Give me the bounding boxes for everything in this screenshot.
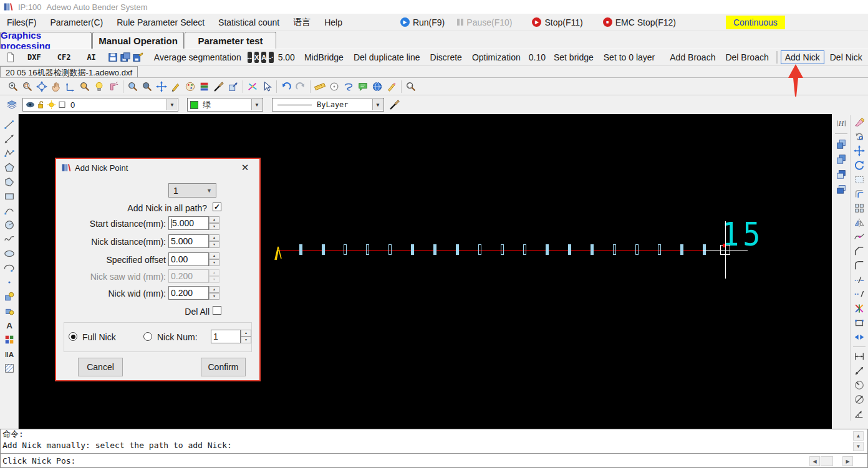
spline-icon[interactable] [2,232,17,246]
layers-stack-icon[interactable] [5,98,19,112]
mirror-icon[interactable] [852,216,867,229]
chevron-down-icon[interactable]: ▼ [251,99,262,110]
menu-language[interactable]: 语言 [286,14,317,31]
hatch-icon[interactable] [2,361,17,375]
scroll-down-button[interactable]: ▼ [853,442,864,451]
nick-num-stepper[interactable]: ▲▼ [241,330,251,343]
nick-num-field[interactable]: 1 [211,330,241,343]
copy-d-icon[interactable] [834,182,849,196]
copy-c-icon[interactable] [834,167,849,181]
black-brush-icon[interactable] [212,80,226,93]
line-icon[interactable] [2,118,17,131]
bridge-x-icon[interactable]: X [254,52,259,63]
tab-manual-operation[interactable]: Manual Operation [92,32,184,49]
zoom-extents-icon[interactable] [35,80,49,93]
bridge-dashdot-icon[interactable]: -· [269,52,273,63]
menu-parameter[interactable]: Parameter(C) [43,15,110,30]
dim-angle-icon[interactable] [852,407,867,421]
confirm-button[interactable]: Confirm [201,358,246,376]
ucs-axis-icon[interactable] [64,80,77,93]
new-file-icon[interactable] [5,50,16,64]
dim-radius-icon[interactable] [852,378,867,392]
close-icon[interactable]: ✕ [236,162,254,173]
toolbar-button-cf2[interactable]: CF2 [52,51,76,64]
toolbar-button-ai[interactable]: AI [82,51,100,64]
image-icon[interactable] [2,333,17,346]
toolbar-button-midbridge[interactable]: MidBridge [300,50,348,64]
rotate-icon[interactable] [852,158,867,172]
save-icon[interactable] [107,50,118,64]
block-insert-icon[interactable] [2,290,17,303]
ellipse-arc-icon[interactable] [2,261,17,275]
nick-distance-stepper[interactable]: ▲▼ [209,234,219,248]
specified-offset-stepper[interactable]: ▲▼ [209,252,219,266]
tab-parameter-test[interactable]: Parameter test [185,32,276,49]
pause-button[interactable]: Pause(F10) [451,16,518,29]
save-all-icon[interactable] [120,50,131,64]
scroll-up-button[interactable]: ▲ [853,431,864,441]
select-arrow-icon[interactable] [260,80,274,93]
pan-hand-icon[interactable] [49,80,63,93]
arc-icon[interactable] [2,204,17,217]
dim-style-icon[interactable]: H [834,117,849,130]
toolbar-button-discrete[interactable]: Discrete [426,50,466,64]
fillet-icon[interactable] [852,259,867,272]
command-input[interactable]: Click Nick Pos: [0,454,868,468]
text-icon[interactable]: A [2,318,17,332]
run-button[interactable]: ▶ Run(F9) [394,16,451,29]
start-distance-field[interactable]: 5.000 [168,216,209,230]
scroll-right-button[interactable]: ▶ [842,456,853,466]
zoom-real-icon[interactable] [140,80,154,93]
dim-linear-icon[interactable] [852,350,867,363]
layer-combobox[interactable]: 0 ▼ [22,98,178,112]
vertical-text-icon[interactable]: ‖A [2,347,17,361]
start-distance-stepper[interactable]: ▲▼ [209,216,219,230]
menu-help[interactable]: Help [317,15,349,30]
point-icon[interactable] [2,275,17,289]
offset-icon[interactable] [852,187,867,201]
command-history[interactable]: 命令: Add Nick manually: select the path t… [0,429,868,454]
polygon-icon[interactable] [2,161,17,174]
toolbar-button-set-bridge[interactable]: Set bridge [549,50,598,64]
dim-aligned-icon[interactable] [852,364,867,378]
toolbar-button-del-broach[interactable]: Del Broach [721,50,773,64]
block-icon[interactable] [2,304,17,318]
zoom-window-icon[interactable] [78,80,92,93]
chevron-down-icon[interactable]: ▼ [166,99,177,110]
scrollbar-thumb[interactable] [821,456,833,466]
color-combobox[interactable]: 绿 ▼ [187,98,263,112]
color-select-icon[interactable] [246,80,259,93]
bridge-a-icon[interactable]: A [261,52,266,63]
copy-b-icon[interactable] [834,152,849,166]
spray-tool-icon[interactable] [107,80,120,93]
rotate-copy-icon[interactable] [852,130,867,143]
marquee-icon[interactable] [852,173,867,186]
rectangle-icon[interactable] [2,189,17,203]
export-view-icon[interactable] [226,80,240,93]
join-icon[interactable] [852,330,867,344]
dialog-title-bar[interactable]: Add Nick Point ✕ [56,159,259,176]
pencil-icon[interactable] [385,80,398,93]
all-path-checkbox[interactable]: ✓ [213,203,221,211]
palette-icon[interactable] [183,80,197,93]
del-all-checkbox[interactable] [213,306,221,315]
zoom-prev-icon[interactable] [126,80,140,93]
toolbar-button-del-duplicate-line[interactable]: Del duplicate line [349,50,425,64]
circle-icon[interactable] [2,218,17,232]
toolbar-button-average-segmentation[interactable]: Average segmentation [150,50,246,64]
scroll-left-button[interactable]: ◀ [809,456,820,466]
tag-circle-icon[interactable] [327,80,341,93]
toolbar-button-del-nick[interactable]: Del Nick [826,50,867,64]
save-as-icon[interactable] [132,50,143,64]
lasso-icon[interactable] [342,80,355,93]
polyline-icon[interactable] [2,146,17,160]
redo-icon[interactable] [294,80,307,93]
pan-cross-icon[interactable] [155,80,168,93]
menu-files[interactable]: Files(F) [0,15,43,30]
toolbar-button-add-nick[interactable]: Add Nick [781,50,824,64]
continuous-mode-badge[interactable]: Continuous [726,16,785,29]
nick-wid-field[interactable]: 0.200 [168,286,209,300]
linetype-combobox[interactable]: ByLayer ▼ [272,98,384,112]
specified-offset-field[interactable]: 0.00 [168,252,209,266]
menu-rule-parameter-select[interactable]: Rule Parameter Select [110,15,211,30]
